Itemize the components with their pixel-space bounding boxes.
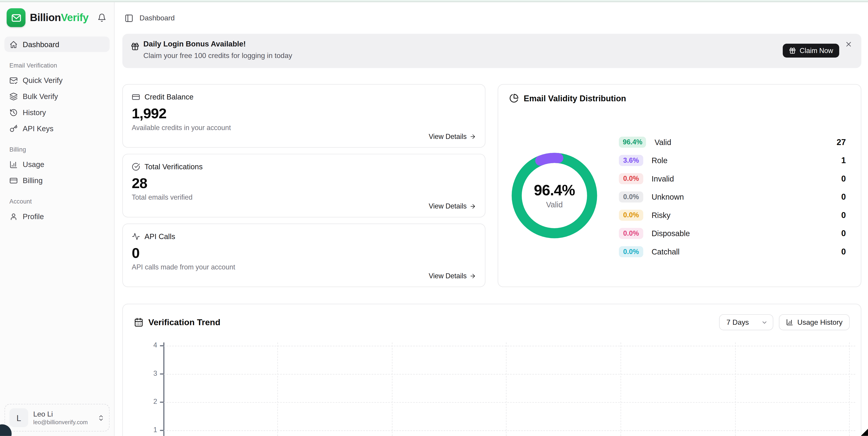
legend-count: 1 xyxy=(841,156,846,165)
sidebar-item-label: Billing xyxy=(23,176,43,185)
sidebar-item-history[interactable]: History xyxy=(4,104,110,120)
layers-icon xyxy=(9,92,18,100)
credit-card-icon xyxy=(9,176,18,185)
legend-label: Role xyxy=(651,156,667,165)
stat-card-api-calls: API Calls0API calls made from your accou… xyxy=(122,224,486,287)
sidebar-section-label: Billing xyxy=(9,146,105,153)
gift-icon xyxy=(788,47,796,55)
breadcrumb-bar: Dashboard xyxy=(122,2,861,34)
sidebar-item-bulk-verify[interactable]: Bulk Verify xyxy=(4,89,110,104)
stat-card-total-verifications: Total Verifications28Total emails verifi… xyxy=(122,154,486,217)
user-name: Leo Li xyxy=(33,410,88,418)
h-gridline xyxy=(164,402,855,403)
stat-card-title: Total Verifications xyxy=(145,163,203,171)
stat-card-credit-balance: Credit Balance1,992Available credits in … xyxy=(122,84,486,148)
legend-row-valid: 96.4%Valid27 xyxy=(619,136,846,148)
sidebar: BillionVerify DashboardEmail Verificatio… xyxy=(0,2,115,436)
brand-name-black: Billion xyxy=(30,11,61,23)
stat-card-value: 0 xyxy=(132,244,476,262)
brand-name: BillionVerify xyxy=(30,11,89,24)
pie-chart-icon xyxy=(509,94,519,103)
close-icon[interactable] xyxy=(844,39,854,49)
legend-percent-badge: 0.0% xyxy=(619,228,643,239)
y-tick-label: 3 xyxy=(141,370,157,377)
stat-card-title: Credit Balance xyxy=(145,93,193,101)
sidebar-item-label: Bulk Verify xyxy=(23,92,58,100)
legend-label: Catchall xyxy=(651,247,680,256)
v-gridline xyxy=(392,342,392,436)
legend-row-unknown: 0.0%Unknown0 xyxy=(619,191,846,202)
notifications-bell-icon[interactable] xyxy=(96,12,107,23)
sidebar-item-billing[interactable]: Billing xyxy=(4,173,110,188)
user-email: leo@billionverify.com xyxy=(33,419,88,425)
y-tick-label: 2 xyxy=(141,398,157,405)
sidebar-nav: DashboardEmail VerificationQuick VerifyB… xyxy=(4,36,110,224)
h-gridline xyxy=(164,430,855,431)
legend-label: Valid xyxy=(655,138,671,146)
view-details-link[interactable]: View Details xyxy=(429,272,476,280)
legend-count: 0 xyxy=(841,210,846,220)
sidebar-section-label: Account xyxy=(9,198,105,205)
legend-label: Invalid xyxy=(651,174,674,183)
stat-card-value: 1,992 xyxy=(132,105,476,122)
legend-percent-badge: 0.0% xyxy=(619,191,643,202)
view-details-link[interactable]: View Details xyxy=(429,203,476,210)
legend-count: 27 xyxy=(837,137,846,146)
legend-label: Disposable xyxy=(651,229,690,237)
sidebar-item-dashboard[interactable]: Dashboard xyxy=(4,36,110,52)
top-accent-strip xyxy=(0,0,868,2)
legend-label: Unknown xyxy=(651,192,684,201)
legend-percent-badge: 96.4% xyxy=(619,136,646,147)
arrow-right-icon xyxy=(469,273,476,279)
sidebar-section-label: Email Verification xyxy=(9,62,105,68)
sidebar-item-label: Profile xyxy=(23,212,44,221)
legend-row-role: 3.6%Role1 xyxy=(619,154,846,166)
user-menu[interactable]: L Leo Li leo@billionverify.com xyxy=(4,404,110,432)
banner-subtitle: Claim your free 100 credits for logging … xyxy=(143,52,292,60)
claim-now-button[interactable]: Claim Now xyxy=(782,44,839,58)
banner-title: Daily Login Bonus Available! xyxy=(143,40,246,48)
breadcrumb: Dashboard xyxy=(140,14,175,22)
h-gridline xyxy=(164,346,855,346)
gift-icon xyxy=(131,42,140,51)
v-gridline xyxy=(735,342,736,436)
legend-count: 0 xyxy=(841,247,846,256)
validity-donut-chart: 96.4% Valid xyxy=(509,150,599,241)
history-icon xyxy=(9,108,18,116)
y-tick-mark xyxy=(160,345,163,346)
sidebar-item-api-keys[interactable]: API Keys xyxy=(4,121,110,136)
arrow-right-icon xyxy=(469,203,476,210)
logo: BillionVerify xyxy=(4,2,110,33)
brand-name-green: Verify xyxy=(61,11,88,23)
stat-card-caption: Available credits in your account xyxy=(132,124,476,132)
email-validity-distribution-card: Email Validity Distribution 96.4% Valid … xyxy=(498,84,861,287)
logo-envelope-icon xyxy=(7,8,25,27)
sidebar-item-profile[interactable]: Profile xyxy=(4,208,110,224)
distribution-title: Email Validity Distribution xyxy=(524,94,626,103)
v-gridline xyxy=(849,342,849,436)
main-content: Dashboard Daily Login Bonus Available! C… xyxy=(115,2,868,436)
sidebar-item-quick-verify[interactable]: Quick Verify xyxy=(4,72,110,88)
sidebar-item-usage[interactable]: Usage xyxy=(4,157,110,172)
y-tick-mark xyxy=(160,430,163,431)
y-tick-label: 4 xyxy=(141,341,157,349)
avatar: L xyxy=(9,408,28,427)
sidebar-toggle-icon[interactable] xyxy=(124,13,133,23)
legend-percent-badge: 0.0% xyxy=(619,209,643,221)
sidebar-item-label: History xyxy=(23,108,46,116)
sidebar-item-label: Dashboard xyxy=(23,40,59,48)
credit-card-icon xyxy=(132,93,140,101)
user-icon xyxy=(9,212,18,221)
view-details-link[interactable]: View Details xyxy=(429,133,476,140)
legend-row-invalid: 0.0%Invalid0 xyxy=(619,173,846,184)
y-tick-label: 1 xyxy=(141,426,157,434)
v-gridline xyxy=(506,342,506,436)
v-gridline xyxy=(277,342,278,436)
legend-label: Risky xyxy=(651,210,671,220)
sidebar-item-label: Quick Verify xyxy=(23,76,63,85)
y-axis xyxy=(163,342,164,436)
legend-row-disposable: 0.0%Disposable0 xyxy=(619,227,846,239)
legend-count: 0 xyxy=(841,228,846,238)
check-circle-icon xyxy=(132,163,140,171)
daily-bonus-banner: Daily Login Bonus Available! Claim your … xyxy=(122,34,861,68)
